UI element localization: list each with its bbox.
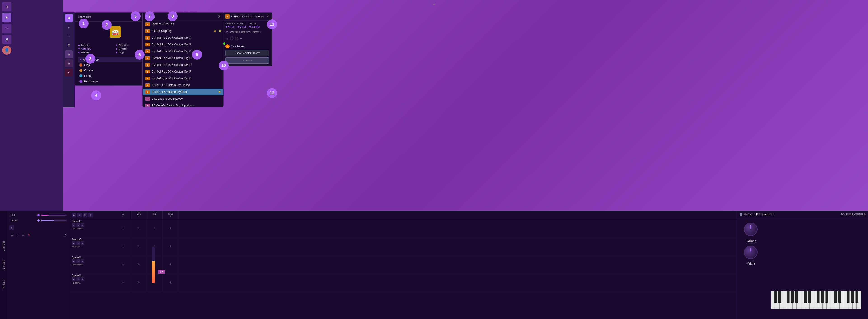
sidebar-grid-icon[interactable]: ⊞ [2, 2, 11, 11]
rating-add-button[interactable]: + [240, 37, 242, 40]
track-s-1[interactable]: S [76, 223, 80, 227]
track-label-2: Snare AS... ▶ S M Snare AS... [70, 237, 115, 255]
result-item-9[interactable]: ▦ Hi-Hat 14 K Custom Dry Closed [143, 82, 223, 89]
note-add-d2[interactable]: + [154, 215, 155, 218]
add-track-button[interactable]: + [433, 2, 435, 7]
pitch-knob[interactable] [744, 246, 757, 259]
track-3-cell-0[interactable]: + [115, 255, 131, 273]
piano-roll[interactable] [764, 218, 868, 319]
note-add-c2[interactable]: + [122, 215, 124, 218]
sidebar-thumbnail-2[interactable]: ▣ [65, 59, 73, 67]
meta-device-col: Device ✱ Sampler [249, 22, 260, 28]
sidebar-wave-icon[interactable]: 〜 [2, 24, 11, 33]
result-item-11[interactable]: 〜 Clap Legend 808 Dry.wav [143, 95, 223, 102]
track-s-3[interactable]: S [76, 259, 80, 263]
filter-location[interactable]: ✱ Location [78, 44, 115, 46]
track-1-cell-0[interactable]: + [115, 219, 131, 237]
header-settings-btn[interactable]: ⚙ [88, 213, 93, 217]
sidebar-browse-icon[interactable]: ✱ [65, 14, 73, 22]
track-4-cell-3[interactable]: + [163, 274, 179, 291]
category-cymbal[interactable]: Cymbal 35 [78, 68, 153, 73]
sidebar-user-icon[interactable]: ▣ [2, 35, 11, 44]
user-avatar[interactable]: 👤 [2, 45, 11, 55]
note-cols-header: C2 + C#2 + D2 + D#2 + [115, 211, 737, 219]
callout-10: 10 [219, 61, 229, 70]
track-2-cell-0[interactable]: + [115, 237, 131, 255]
confirm-button[interactable]: Confirm [225, 57, 269, 64]
category-hihat[interactable]: Hi-hat 26 [78, 73, 153, 78]
filter-category[interactable]: ✱ Category [78, 47, 115, 50]
search-input[interactable] [151, 15, 216, 18]
sidebar-thumbnail-3[interactable]: A [65, 68, 73, 76]
toolbar-delete-btn[interactable]: ✕ [27, 233, 31, 237]
zone-params-label: ZONE PARAMETERS [841, 213, 865, 216]
result-star-10: ★ [218, 90, 221, 94]
track-s-4[interactable]: S [76, 278, 80, 281]
track-3-cell-3[interactable]: + [163, 255, 179, 273]
volume-slider-fill [152, 261, 155, 283]
result-item-4[interactable]: ▦ Cymbal Ride 20 K Custom Dry C [143, 48, 223, 55]
header-icon-1[interactable]: ▶ [72, 213, 76, 217]
detail-close-button[interactable]: ✕ [267, 15, 269, 18]
callout-12: 12 [267, 88, 277, 98]
track-m-3[interactable]: M [81, 259, 85, 263]
track-m-1[interactable]: M [81, 223, 85, 227]
track-2-cell-1[interactable]: + [131, 237, 147, 255]
note-add-ds2[interactable]: + [170, 215, 171, 218]
piano-svg [764, 291, 868, 309]
result-item-1[interactable]: ▦ Classic Clap Dry ★ [143, 28, 223, 34]
sidebar-filter-icon[interactable]: ≈ [65, 23, 73, 31]
result-item-12[interactable]: 〜 RC Cut 054 Pnotap Dry Illspark.wav [143, 102, 223, 107]
track-play-1[interactable]: ▶ [72, 223, 75, 227]
category-percussion[interactable]: Percussion 1 [78, 78, 153, 84]
track-4-cell-1[interactable]: + [131, 274, 147, 291]
note-col-ds2: D#2 + [163, 211, 179, 219]
track-s-2[interactable]: S [76, 241, 80, 245]
result-item-5[interactable]: ▦ Cymbal Ride 20 K Custom Dry D [143, 55, 223, 61]
track-play-2[interactable]: ▶ [72, 241, 75, 245]
drum-icon: 🥁 [110, 26, 121, 37]
header-icon-2[interactable]: ≡ [77, 213, 82, 217]
result-item-6[interactable]: ▦ Cymbal Ride 20 K Custom Dry E [143, 61, 223, 68]
toolbar-list-btn[interactable]: ≡ [16, 233, 19, 237]
rating-star-button[interactable]: ☆ [225, 37, 228, 40]
volume-slider-track [152, 247, 155, 283]
result-item-0[interactable]: ▦ Synthetic Dry Clap [143, 21, 223, 28]
note-add-cs2[interactable]: + [138, 215, 140, 218]
track-play-4[interactable]: ▶ [72, 278, 75, 281]
pitch-label: Pitch [747, 261, 755, 265]
sidebar-mixer-icon[interactable]: ⊟ [65, 41, 73, 49]
knob-area: Select Pitch [737, 218, 764, 319]
header-power-btn[interactable]: ⏻ [83, 213, 87, 217]
result-item-10[interactable]: ▦ Hi-Hat 14 K Custom Dry Foot ★ [143, 89, 223, 95]
fx-badge[interactable]: FX [158, 270, 165, 274]
show-sampler-presets-button[interactable]: Show Sampler Presets [225, 50, 269, 56]
detail-meta: Category ✱ Hi-hat Creator ✱ Genys Device… [223, 21, 272, 30]
select-knob[interactable] [744, 223, 757, 236]
track-m-2[interactable]: M [81, 241, 85, 245]
result-item-3[interactable]: ▦ Cymbal Ride 20 K Custom Dry B [143, 41, 223, 48]
play-btn[interactable]: ▶ [9, 225, 14, 230]
track-1-cell-3[interactable]: + [163, 219, 179, 237]
track-play-3[interactable]: ▶ [72, 259, 75, 263]
sidebar-star-icon[interactable]: ✱ [2, 13, 11, 22]
rating-circle-1[interactable] [230, 37, 234, 40]
result-item-8[interactable]: ▦ Cymbal Ride 20 K Custom Dry G [143, 75, 223, 82]
track-3-cell-1[interactable]: + [131, 255, 147, 273]
drum-tracks: ▶ ≡ ⏻ ⚙ C2 + C#2 + D2 + [70, 211, 737, 319]
sidebar-thumbnail-1[interactable]: ▣ [65, 51, 73, 58]
rating-circle-2[interactable] [235, 37, 238, 40]
track-2-cell-3[interactable]: + [163, 237, 179, 255]
expand-button[interactable]: ∧ [64, 233, 67, 236]
track-4-cell-0[interactable]: + [115, 274, 131, 291]
track-1-cell-2[interactable]: + [147, 219, 163, 237]
track-m-4[interactable]: M [81, 278, 85, 281]
filter-device[interactable]: ✱ Device [78, 51, 115, 54]
toolbar-edit-btn[interactable]: ⊡ [21, 233, 25, 237]
result-item-2[interactable]: ▦ Cymbal Ride 20 K Custom Dry A [143, 34, 223, 41]
search-close-button[interactable]: ✕ [218, 14, 221, 19]
sidebar-automation-icon[interactable]: 〰 [65, 32, 73, 40]
toolbar-power-btn[interactable]: ⊞ [10, 233, 14, 237]
result-item-7[interactable]: ▦ Cymbal Ride 20 K Custom Dry F [143, 68, 223, 75]
track-1-cell-1[interactable]: + [131, 219, 147, 237]
